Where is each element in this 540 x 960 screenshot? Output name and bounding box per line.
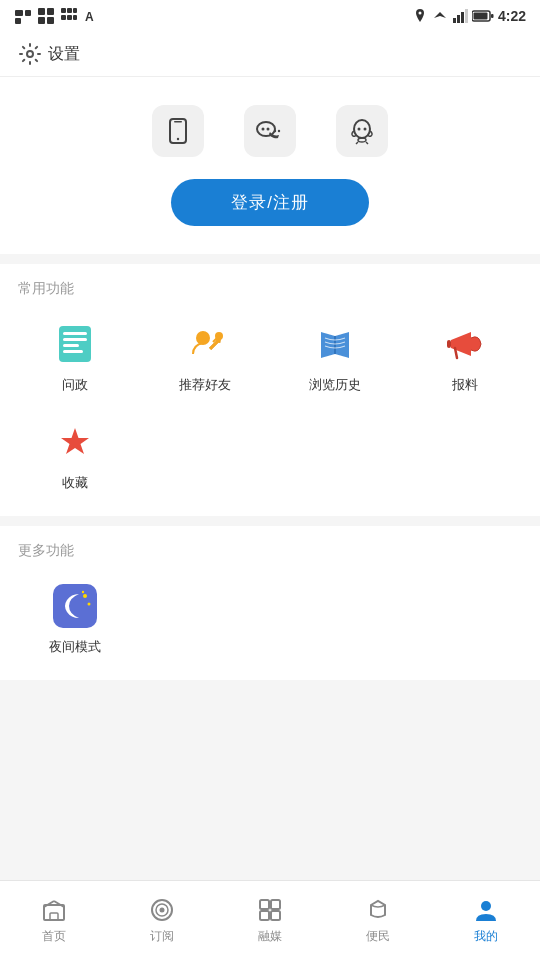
svg-point-30 xyxy=(274,130,276,132)
more-item-nightmode[interactable]: 夜间模式 xyxy=(10,572,140,670)
media-nav-icon xyxy=(257,897,283,923)
history-icon xyxy=(311,320,359,368)
location-icon xyxy=(412,8,428,24)
profile-section: 登录/注册 xyxy=(0,77,540,254)
nav-label-subscribe: 订阅 xyxy=(150,928,174,945)
svg-point-49 xyxy=(88,603,91,606)
common-functions-section: 常用功能 问政 xyxy=(0,264,540,516)
settings-label: 设置 xyxy=(48,44,80,65)
svg-rect-60 xyxy=(260,911,269,920)
nav-item-subscribe[interactable]: 订阅 xyxy=(108,881,216,960)
function-item-wenzhen[interactable]: 问政 xyxy=(10,310,140,408)
grid-icon xyxy=(37,7,55,25)
svg-point-23 xyxy=(27,51,33,57)
notif-icon xyxy=(14,7,32,25)
status-bar: A 4:22 xyxy=(0,0,540,32)
svg-point-48 xyxy=(83,594,87,598)
subscribe-nav-icon xyxy=(149,897,175,923)
nav-item-home[interactable]: 首页 xyxy=(0,881,108,960)
svg-rect-19 xyxy=(465,9,468,23)
common-functions-title: 常用功能 xyxy=(0,280,540,310)
svg-rect-22 xyxy=(491,14,494,18)
nav-label-mine: 我的 xyxy=(474,928,498,945)
svg-rect-18 xyxy=(461,12,464,23)
svg-rect-11 xyxy=(67,15,72,20)
nav-item-mine[interactable]: 我的 xyxy=(432,881,540,960)
more-functions-grid: 夜间模式 xyxy=(0,572,540,670)
svg-line-35 xyxy=(366,142,368,144)
svg-rect-2 xyxy=(15,18,21,24)
svg-point-36 xyxy=(358,128,361,131)
common-functions-grid: 问政 推荐好友 xyxy=(0,310,540,506)
function-item-history[interactable]: 浏览历史 xyxy=(270,310,400,408)
svg-rect-61 xyxy=(271,911,280,920)
svg-rect-3 xyxy=(38,8,45,15)
favorites-icon xyxy=(51,418,99,466)
svg-rect-42 xyxy=(63,350,83,353)
svg-marker-15 xyxy=(434,12,446,18)
app-icon xyxy=(60,7,78,25)
svg-point-43 xyxy=(196,331,210,345)
history-label: 浏览历史 xyxy=(309,376,361,394)
nav-item-media[interactable]: 融媒 xyxy=(216,881,324,960)
recommend-label: 推荐好友 xyxy=(179,376,231,394)
function-item-favorites[interactable]: 收藏 xyxy=(10,408,140,506)
svg-point-37 xyxy=(364,128,367,131)
svg-rect-12 xyxy=(73,15,77,20)
social-icons-row xyxy=(152,105,388,157)
phone-social-icon[interactable] xyxy=(152,105,204,157)
phone-icon xyxy=(164,117,192,145)
more-functions-section: 更多功能 夜间模式 xyxy=(0,526,540,680)
wifi-icon xyxy=(432,8,448,24)
wechat-social-icon[interactable] xyxy=(244,105,296,157)
svg-point-29 xyxy=(267,128,270,131)
svg-rect-5 xyxy=(38,17,45,24)
svg-rect-47 xyxy=(53,584,97,628)
a-icon: A xyxy=(83,7,101,25)
svg-rect-25 xyxy=(174,121,182,123)
svg-rect-1 xyxy=(25,10,31,16)
svg-rect-9 xyxy=(73,8,77,13)
svg-rect-10 xyxy=(61,15,66,20)
svg-point-57 xyxy=(160,907,165,912)
svg-point-50 xyxy=(82,591,84,593)
svg-point-27 xyxy=(257,122,275,136)
qq-icon xyxy=(347,116,377,146)
header: 设置 xyxy=(0,32,540,77)
svg-text:A: A xyxy=(85,10,94,24)
nav-item-service[interactable]: 便民 xyxy=(324,881,432,960)
nightmode-icon xyxy=(51,582,99,630)
function-item-report[interactable]: 报料 xyxy=(400,310,530,408)
bottom-navigation: 首页 订阅 融媒 便民 我的 xyxy=(0,880,540,960)
svg-rect-58 xyxy=(260,900,269,909)
svg-rect-8 xyxy=(67,8,72,13)
svg-rect-6 xyxy=(47,17,54,24)
svg-rect-16 xyxy=(453,18,456,23)
function-item-recommend[interactable]: 推荐好友 xyxy=(140,310,270,408)
recommend-icon xyxy=(181,320,229,368)
svg-rect-52 xyxy=(50,913,58,920)
qq-social-icon[interactable] xyxy=(336,105,388,157)
battery-icon xyxy=(472,9,494,23)
time-display: 4:22 xyxy=(498,8,526,24)
svg-rect-40 xyxy=(63,338,87,341)
svg-rect-46 xyxy=(447,340,451,348)
svg-rect-21 xyxy=(473,13,487,20)
mine-nav-icon xyxy=(473,897,499,923)
wenzhen-icon xyxy=(51,320,99,368)
nav-label-home: 首页 xyxy=(42,928,66,945)
status-right-icons: 4:22 xyxy=(412,8,526,24)
status-left-icons: A xyxy=(14,7,101,25)
svg-point-28 xyxy=(262,128,265,131)
more-functions-title: 更多功能 xyxy=(0,542,540,572)
wechat-icon xyxy=(254,115,286,147)
service-nav-icon xyxy=(365,897,391,923)
svg-point-33 xyxy=(358,138,366,142)
svg-line-34 xyxy=(356,142,358,144)
settings-button[interactable]: 设置 xyxy=(18,42,80,66)
svg-point-26 xyxy=(177,138,179,140)
report-label: 报料 xyxy=(452,376,478,394)
login-button[interactable]: 登录/注册 xyxy=(171,179,369,226)
svg-point-44 xyxy=(215,332,223,340)
home-nav-icon xyxy=(41,897,67,923)
